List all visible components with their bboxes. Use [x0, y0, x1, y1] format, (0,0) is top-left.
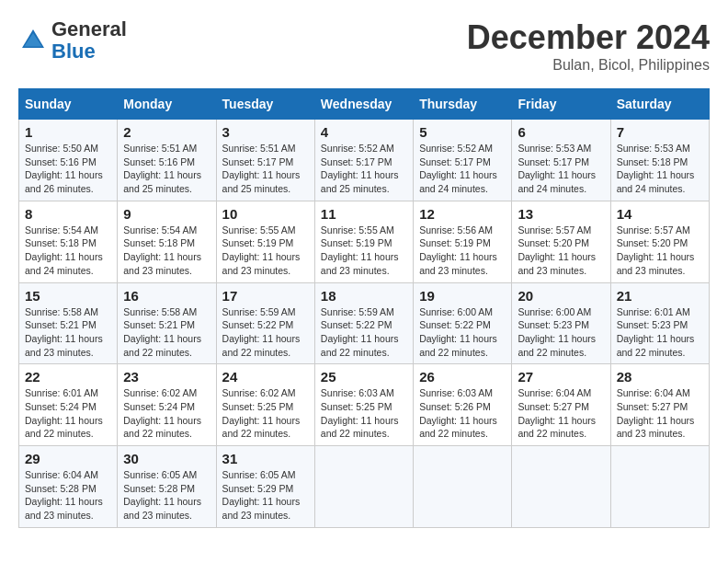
- day-number: 30: [123, 451, 210, 466]
- day-number: 17: [222, 288, 309, 304]
- col-saturday: Saturday: [610, 89, 709, 120]
- day-number: 19: [419, 288, 506, 304]
- day-number: 7: [617, 124, 703, 140]
- day-number: 31: [222, 451, 309, 466]
- day-info: Sunrise: 5:53 AM Sunset: 5:18 PM Dayligh…: [617, 142, 703, 196]
- title-block: December 2024 Bulan, Bicol, Philippines: [467, 18, 710, 74]
- table-row: 9 Sunrise: 5:54 AM Sunset: 5:18 PM Dayli…: [118, 201, 216, 282]
- table-row: 22 Sunrise: 6:01 AM Sunset: 5:24 PM Dayl…: [19, 364, 118, 446]
- day-number: 8: [25, 206, 111, 222]
- table-row: 31 Sunrise: 6:05 AM Sunset: 5:29 PM Dayl…: [216, 446, 314, 528]
- day-number: 4: [321, 124, 407, 140]
- table-row: 26 Sunrise: 6:03 AM Sunset: 5:26 PM Dayl…: [414, 364, 512, 446]
- day-number: 16: [123, 288, 210, 304]
- day-info: Sunrise: 5:57 AM Sunset: 5:20 PM Dayligh…: [518, 224, 604, 278]
- day-number: 1: [25, 124, 111, 140]
- calendar-week-1: 1 Sunrise: 5:50 AM Sunset: 5:16 PM Dayli…: [19, 120, 710, 201]
- day-info: Sunrise: 6:02 AM Sunset: 5:24 PM Dayligh…: [123, 386, 210, 441]
- day-info: Sunrise: 6:03 AM Sunset: 5:25 PM Dayligh…: [321, 386, 407, 441]
- table-row: 28 Sunrise: 6:04 AM Sunset: 5:27 PM Dayl…: [610, 364, 709, 446]
- table-row: 16 Sunrise: 5:58 AM Sunset: 5:21 PM Dayl…: [118, 282, 216, 364]
- empty-cell: [610, 446, 709, 528]
- day-info: Sunrise: 6:00 AM Sunset: 5:22 PM Dayligh…: [419, 305, 506, 360]
- day-info: Sunrise: 5:56 AM Sunset: 5:19 PM Dayligh…: [419, 224, 506, 278]
- day-number: 11: [321, 206, 407, 222]
- day-number: 12: [419, 206, 506, 222]
- table-row: 13 Sunrise: 5:57 AM Sunset: 5:20 PM Dayl…: [512, 201, 610, 282]
- day-number: 24: [222, 369, 309, 385]
- table-row: 23 Sunrise: 6:02 AM Sunset: 5:24 PM Dayl…: [118, 364, 216, 446]
- day-number: 23: [123, 369, 210, 385]
- table-row: 6 Sunrise: 5:53 AM Sunset: 5:17 PM Dayli…: [512, 120, 610, 201]
- day-number: 20: [518, 288, 604, 304]
- table-row: 7 Sunrise: 5:53 AM Sunset: 5:18 PM Dayli…: [610, 120, 709, 201]
- table-row: 1 Sunrise: 5:50 AM Sunset: 5:16 PM Dayli…: [19, 120, 118, 201]
- day-info: Sunrise: 5:50 AM Sunset: 5:16 PM Dayligh…: [25, 142, 111, 196]
- col-sunday: Sunday: [19, 89, 118, 120]
- day-number: 18: [321, 288, 407, 304]
- col-monday: Monday: [118, 89, 216, 120]
- day-info: Sunrise: 6:04 AM Sunset: 5:27 PM Dayligh…: [518, 386, 604, 441]
- table-row: 8 Sunrise: 5:54 AM Sunset: 5:18 PM Dayli…: [19, 201, 118, 282]
- page-header: GeneralBlue December 2024 Bulan, Bicol, …: [18, 18, 710, 74]
- table-row: 24 Sunrise: 6:02 AM Sunset: 5:25 PM Dayl…: [216, 364, 314, 446]
- day-info: Sunrise: 5:53 AM Sunset: 5:17 PM Dayligh…: [518, 142, 604, 196]
- day-info: Sunrise: 6:00 AM Sunset: 5:23 PM Dayligh…: [518, 305, 604, 360]
- day-number: 13: [518, 206, 604, 222]
- day-number: 3: [222, 124, 309, 140]
- empty-cell: [512, 446, 610, 528]
- table-row: 21 Sunrise: 6:01 AM Sunset: 5:23 PM Dayl…: [610, 282, 709, 364]
- day-number: 6: [518, 124, 604, 140]
- table-row: 4 Sunrise: 5:52 AM Sunset: 5:17 PM Dayli…: [314, 120, 413, 201]
- main-title: December 2024: [467, 18, 710, 57]
- table-row: 20 Sunrise: 6:00 AM Sunset: 5:23 PM Dayl…: [512, 282, 610, 364]
- table-row: 27 Sunrise: 6:04 AM Sunset: 5:27 PM Dayl…: [512, 364, 610, 446]
- col-friday: Friday: [512, 89, 610, 120]
- day-info: Sunrise: 5:58 AM Sunset: 5:21 PM Dayligh…: [123, 305, 210, 360]
- col-wednesday: Wednesday: [314, 89, 413, 120]
- day-info: Sunrise: 6:03 AM Sunset: 5:26 PM Dayligh…: [419, 386, 506, 441]
- day-info: Sunrise: 5:54 AM Sunset: 5:18 PM Dayligh…: [123, 224, 210, 278]
- table-row: 19 Sunrise: 6:00 AM Sunset: 5:22 PM Dayl…: [414, 282, 512, 364]
- day-info: Sunrise: 6:01 AM Sunset: 5:23 PM Dayligh…: [617, 305, 703, 360]
- day-number: 10: [222, 206, 309, 222]
- logo-text: GeneralBlue: [51, 18, 127, 63]
- day-number: 9: [123, 206, 210, 222]
- day-info: Sunrise: 5:58 AM Sunset: 5:21 PM Dayligh…: [25, 305, 111, 360]
- day-number: 29: [25, 451, 111, 466]
- table-row: 25 Sunrise: 6:03 AM Sunset: 5:25 PM Dayl…: [314, 364, 413, 446]
- calendar-table: Sunday Monday Tuesday Wednesday Thursday…: [18, 88, 710, 528]
- header-row: Sunday Monday Tuesday Wednesday Thursday…: [19, 89, 710, 120]
- day-info: Sunrise: 5:59 AM Sunset: 5:22 PM Dayligh…: [222, 305, 309, 360]
- day-number: 22: [25, 369, 111, 385]
- calendar-week-4: 22 Sunrise: 6:01 AM Sunset: 5:24 PM Dayl…: [19, 364, 710, 446]
- table-row: 5 Sunrise: 5:52 AM Sunset: 5:17 PM Dayli…: [414, 120, 512, 201]
- day-info: Sunrise: 5:55 AM Sunset: 5:19 PM Dayligh…: [222, 224, 309, 278]
- calendar-week-2: 8 Sunrise: 5:54 AM Sunset: 5:18 PM Dayli…: [19, 201, 710, 282]
- day-number: 2: [123, 124, 210, 140]
- empty-cell: [314, 446, 413, 528]
- day-info: Sunrise: 6:04 AM Sunset: 5:27 PM Dayligh…: [617, 386, 703, 441]
- day-number: 14: [617, 206, 703, 222]
- day-info: Sunrise: 6:05 AM Sunset: 5:28 PM Dayligh…: [123, 468, 210, 523]
- subtitle: Bulan, Bicol, Philippines: [467, 57, 710, 74]
- table-row: 11 Sunrise: 5:55 AM Sunset: 5:19 PM Dayl…: [314, 201, 413, 282]
- day-info: Sunrise: 6:05 AM Sunset: 5:29 PM Dayligh…: [222, 468, 309, 523]
- calendar-body: 1 Sunrise: 5:50 AM Sunset: 5:16 PM Dayli…: [19, 120, 710, 528]
- day-info: Sunrise: 5:51 AM Sunset: 5:16 PM Dayligh…: [123, 142, 210, 196]
- table-row: 29 Sunrise: 6:04 AM Sunset: 5:28 PM Dayl…: [19, 446, 118, 528]
- table-row: 2 Sunrise: 5:51 AM Sunset: 5:16 PM Dayli…: [118, 120, 216, 201]
- calendar-week-5: 29 Sunrise: 6:04 AM Sunset: 5:28 PM Dayl…: [19, 446, 710, 528]
- empty-cell: [414, 446, 512, 528]
- table-row: 17 Sunrise: 5:59 AM Sunset: 5:22 PM Dayl…: [216, 282, 314, 364]
- day-info: Sunrise: 6:04 AM Sunset: 5:28 PM Dayligh…: [25, 468, 111, 523]
- day-info: Sunrise: 5:59 AM Sunset: 5:22 PM Dayligh…: [321, 305, 407, 360]
- day-number: 25: [321, 369, 407, 385]
- table-row: 10 Sunrise: 5:55 AM Sunset: 5:19 PM Dayl…: [216, 201, 314, 282]
- day-info: Sunrise: 5:57 AM Sunset: 5:20 PM Dayligh…: [617, 224, 703, 278]
- table-row: 30 Sunrise: 6:05 AM Sunset: 5:28 PM Dayl…: [118, 446, 216, 528]
- table-row: 12 Sunrise: 5:56 AM Sunset: 5:19 PM Dayl…: [414, 201, 512, 282]
- day-number: 5: [419, 124, 506, 140]
- day-number: 27: [518, 369, 604, 385]
- table-row: 14 Sunrise: 5:57 AM Sunset: 5:20 PM Dayl…: [610, 201, 709, 282]
